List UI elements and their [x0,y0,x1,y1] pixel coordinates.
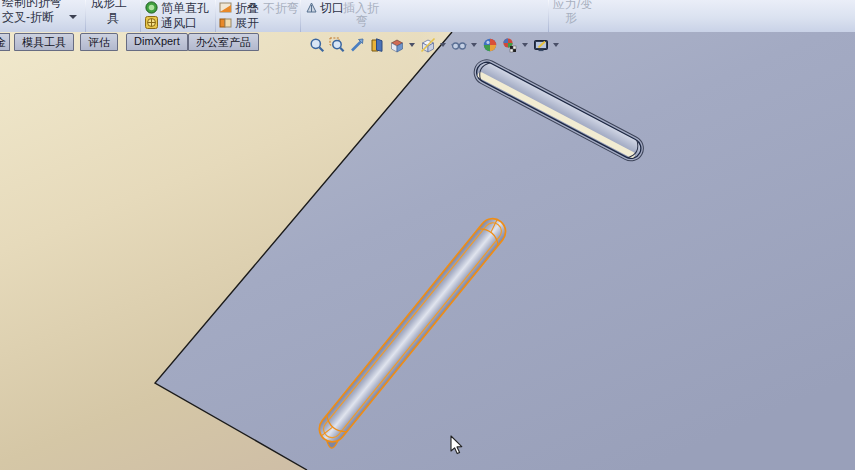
fold-icon[interactable] [219,1,232,14]
apply-scene-icon[interactable] [501,36,518,53]
command-manager-ribbon: 绘制的折弯 交叉-折断 成形工 具 简单直孔 通风口 折叠 不折弯 展开 切口 … [0,0,855,33]
vent-icon[interactable] [145,16,158,29]
group-separator [140,0,141,32]
display-style-icon[interactable] [419,36,436,53]
fold-button[interactable]: 折叠 [235,1,259,15]
graphics-viewport[interactable] [0,32,855,470]
section-view-icon[interactable] [368,36,385,53]
tab-evaluate[interactable]: 评估 [80,33,118,51]
right-group-button: 应力/变 [553,0,592,11]
view-settings-dropdown[interactable] [553,43,559,47]
apply-scene-dropdown[interactable] [522,43,528,47]
group-separator [215,0,216,32]
view-orientation-dropdown[interactable] [409,43,415,47]
forming-tool-button[interactable]: 成形工 [91,0,127,10]
model-view [0,32,855,470]
hide-show-items-dropdown[interactable] [471,43,477,47]
tab-office-products[interactable]: 办公室产品 [188,33,259,51]
unfold-button[interactable]: 展开 [235,16,259,30]
forming-tool-button-line2[interactable]: 具 [107,11,119,25]
heads-up-view-toolbar [308,36,560,53]
unfold-icon[interactable] [219,16,232,29]
right-group-button-line2: 形 [565,11,577,25]
rip-button[interactable]: 切口 [320,1,344,15]
zoom-to-fit-icon[interactable] [308,36,325,53]
rip-icon[interactable] [305,1,318,14]
group-separator [85,0,86,32]
no-bends-button: 不折弯 [263,1,299,15]
insert-bends-button-line2: 弯 [356,14,368,28]
sheet-metal-plate[interactable] [155,32,855,470]
view-settings-icon[interactable] [532,36,549,53]
simple-hole-button[interactable]: 简单直孔 [161,1,209,15]
simple-hole-icon[interactable] [145,1,158,14]
sketched-bend-button[interactable]: 绘制的折弯 [2,0,62,9]
insert-bends-button: 插入折 [343,1,379,15]
tab-partial[interactable]: 金 [0,33,10,51]
previous-view-icon[interactable] [348,36,365,53]
view-orientation-icon[interactable] [388,36,405,53]
group-separator [300,0,301,32]
tab-mold-tools[interactable]: 模具工具 [14,33,74,51]
edit-appearance-icon[interactable] [481,36,498,53]
group-separator [548,0,549,32]
zoom-to-area-icon[interactable] [328,36,345,53]
cross-break-button[interactable]: 交叉-折断 [2,10,54,24]
display-style-dropdown[interactable] [440,43,446,47]
hide-show-items-icon[interactable] [450,36,467,53]
chevron-down-icon[interactable] [69,15,77,19]
vent-button[interactable]: 通风口 [161,16,197,30]
tab-dimxpert[interactable]: DimXpert [126,33,188,51]
